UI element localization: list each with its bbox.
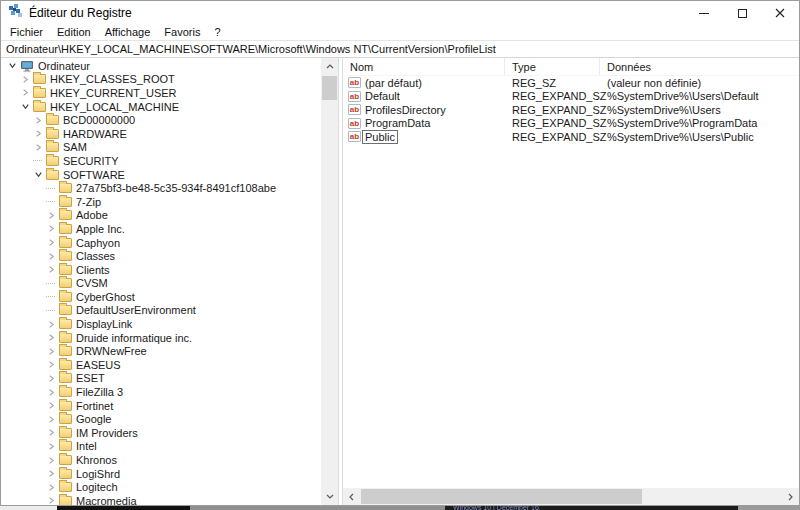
column-header[interactable]: Données [600,58,799,75]
chevron-right-icon[interactable] [46,224,56,234]
value-name-cell: abDefault [343,90,505,102]
tree-item-label: IM Providers [76,427,138,439]
chevron-right-icon[interactable] [46,482,56,492]
tree-item[interactable]: DefaultUserEnvironment [1,304,320,318]
chevron-right-icon[interactable] [33,115,43,125]
values-scrollbar-thumb[interactable] [361,489,642,504]
tree-item[interactable]: 27a75bf3-be48-5c35-934f-8491cf108abe [1,181,320,195]
chevron-down-icon[interactable] [33,170,43,180]
menu-item-view[interactable]: Affichage [98,25,158,40]
tree-item[interactable]: Google [1,412,320,426]
chevron-right-icon[interactable] [20,74,30,84]
tree-item[interactable]: HKEY_CLASSES_ROOT [1,73,320,87]
tree-item[interactable]: SECURITY [1,154,320,168]
address-bar-input[interactable]: Ordinateur\HKEY_LOCAL_MACHINE\SOFTWARE\M… [1,41,799,57]
value-name-cell: abProfilesDirectory [343,104,505,116]
tree-item[interactable]: SOFTWARE [1,168,320,182]
maximize-button[interactable] [723,1,761,25]
column-header[interactable]: Nom [343,58,505,75]
registry-value-row[interactable]: abPublicREG_EXPAND_SZ%SystemDrive%\Users… [343,130,799,144]
column-header[interactable]: Type [505,58,600,75]
chevron-right-icon[interactable] [46,265,56,275]
tree-item[interactable]: IM Providers [1,426,320,440]
tree-item[interactable]: HARDWARE [1,127,320,141]
tree-item[interactable]: Adobe [1,209,320,223]
chevron-right-icon[interactable] [46,238,56,248]
chevron-down-icon[interactable] [7,61,17,71]
chevron-right-icon[interactable] [46,346,56,356]
values-horizontal-scrollbar[interactable] [343,488,799,505]
chevron-right-icon[interactable] [33,129,43,139]
scroll-left-button[interactable] [343,488,360,505]
string-value-icon: ab [348,77,361,88]
tree-item[interactable]: Apple Inc. [1,222,320,236]
chevron-down-icon[interactable] [20,102,30,112]
chevron-right-icon[interactable] [46,373,56,383]
values-list: ab(par défaut)REG_SZ(valeur non définie)… [343,76,799,144]
chevron-right-icon[interactable] [46,441,56,451]
chevron-right-icon[interactable] [46,455,56,465]
tree-item[interactable]: CyberGhost [1,290,320,304]
folder-icon [59,428,72,438]
tree-item[interactable]: Intel [1,440,320,454]
tree-item[interactable]: DRWNewFree [1,344,320,358]
menu-item-favorites[interactable]: Favoris [157,25,207,40]
chevron-right-icon[interactable] [46,251,56,261]
address-bar: Ordinateur\HKEY_LOCAL_MACHINE\SOFTWARE\M… [1,40,799,58]
background-segment [0,506,57,510]
tree-item[interactable]: 7-Zip [1,195,320,209]
tree-item-label: Logitech [76,481,118,493]
chevron-right-icon[interactable] [46,414,56,424]
tree-item-label: Google [76,413,111,425]
tree-item[interactable]: DisplayLink [1,317,320,331]
tree-item[interactable]: HKEY_LOCAL_MACHINE [1,100,320,114]
registry-value-row[interactable]: abProgramDataREG_EXPAND_SZ%SystemDrive%\… [343,117,799,131]
tree-item[interactable]: Druide informatique inc. [1,331,320,345]
tree-item[interactable]: EASEUS [1,358,320,372]
chevron-right-icon[interactable] [33,142,43,152]
minimize-button[interactable] [685,1,723,25]
tree-item[interactable]: Khronos [1,453,320,467]
chevron-right-icon[interactable] [46,387,56,397]
tree-item[interactable]: ESET [1,372,320,386]
chevron-right-icon[interactable] [46,496,56,505]
tree-item[interactable]: Ordinateur [1,59,320,73]
tree-item[interactable]: LogiShrd [1,467,320,481]
chevron-right-icon[interactable] [46,401,56,411]
tree-item[interactable]: FileZilla 3 [1,385,320,399]
menu-item-help[interactable]: ? [207,25,227,40]
tree-item[interactable]: Macromedia [1,494,320,505]
tree-item[interactable]: Classes [1,249,320,263]
tree-item[interactable]: Logitech [1,480,320,494]
scroll-down-button[interactable] [321,488,338,505]
tree-vertical-scrollbar[interactable] [321,58,338,505]
registry-value-row[interactable]: ab(par défaut)REG_SZ(valeur non définie) [343,76,799,90]
folder-icon [46,115,59,125]
tree-item[interactable]: Caphyon [1,236,320,250]
registry-value-row[interactable]: abDefaultREG_EXPAND_SZ%SystemDrive%\User… [343,90,799,104]
scroll-up-button[interactable] [321,58,338,75]
tree-item[interactable]: SAM [1,141,320,155]
registry-app-icon [9,4,23,22]
menu-item-edit[interactable]: Edition [50,25,98,40]
menu-item-file[interactable]: Fichier [3,25,50,40]
registry-value-row[interactable]: abProfilesDirectoryREG_EXPAND_SZ%SystemD… [343,103,799,117]
chevron-right-icon[interactable] [20,88,30,98]
tree-item[interactable]: Clients [1,263,320,277]
chevron-right-icon[interactable] [46,333,56,343]
value-name: ProfilesDirectory [365,104,446,116]
tree-item[interactable]: BCD00000000 [1,113,320,127]
chevron-right-icon[interactable] [46,469,56,479]
folder-icon [59,305,72,315]
chevron-right-icon[interactable] [46,319,56,329]
chevron-right-icon[interactable] [46,210,56,220]
tree-item[interactable]: CVSM [1,277,320,291]
tree-scrollbar-thumb[interactable] [322,76,337,100]
tree-item[interactable]: HKEY_CURRENT_USER [1,86,320,100]
tree-item[interactable]: Fortinet [1,399,320,413]
scroll-right-button[interactable] [782,488,799,505]
chevron-right-icon[interactable] [46,360,56,370]
chevron-right-icon[interactable] [46,428,56,438]
close-button[interactable] [761,1,799,25]
tree-item-label: BCD00000000 [63,114,135,126]
